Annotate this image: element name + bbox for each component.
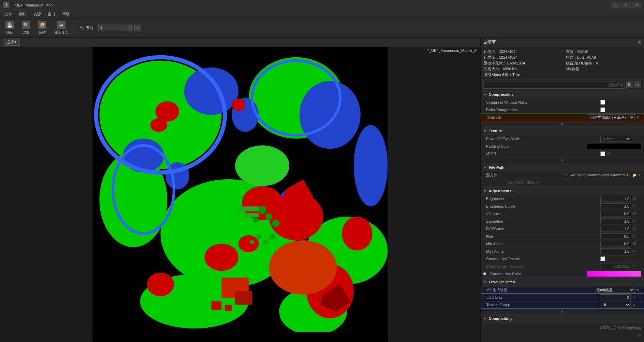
reimport-label: 重新导入 [55, 30, 68, 35]
vibrance-reset[interactable]: ↺ [632, 211, 637, 217]
mip-increase-button[interactable]: + [134, 25, 141, 31]
mip-gen-dropdown[interactable]: 无mip贴图 [594, 287, 635, 293]
source-file-value: /././././ArtSource/Marketplace/Character… [564, 173, 642, 178]
chroma-key-color-swatch[interactable] [587, 271, 641, 277]
footer-note: 无 [481, 332, 644, 339]
close-button[interactable]: ✕ [632, 2, 641, 9]
menu-edit[interactable]: 编辑 [16, 11, 30, 17]
svg-point-18 [232, 99, 245, 111]
menu-file[interactable]: 文件 [1, 11, 16, 17]
brightness-curve-value: ↺ [600, 203, 641, 209]
info-format: 格式：B8G8R8A8 [566, 55, 641, 60]
filepath-header[interactable]: ▼ File Path [481, 163, 644, 172]
source-file-clear[interactable]: ✕ [637, 173, 641, 178]
compositing-header[interactable]: ▼ Compositing [481, 314, 644, 323]
settings-button[interactable]: ⚙ [634, 81, 641, 88]
menu-assets[interactable]: 资源 [30, 11, 44, 17]
padding-color-swatch[interactable] [587, 144, 641, 149]
vibrance-input[interactable] [600, 211, 631, 217]
lod-bias-reset[interactable]: ↺ [631, 295, 637, 300]
lod-expand[interactable]: ▼ [481, 309, 644, 314]
minimize-button[interactable]: — [611, 2, 621, 9]
texture-group-dropdown[interactable]: UI [600, 302, 631, 308]
compression-expand[interactable]: ▼ [481, 121, 644, 127]
chroma-key-color-dot[interactable] [483, 272, 486, 275]
info-alpha: 拥有Alpha通道：True [484, 72, 559, 77]
max-alpha-input[interactable] [600, 248, 631, 254]
svg-point-29 [272, 220, 279, 227]
srgb-reset[interactable]: ↺ [606, 151, 611, 157]
compression-settings-row: 压缩设置 用户界面2D（RGBA） ↺ [481, 114, 644, 121]
menu-window[interactable]: 窗口 [44, 11, 59, 17]
search-input[interactable] [483, 81, 625, 89]
lod-bias-input[interactable] [600, 294, 631, 300]
compression-arrow: ▼ [483, 93, 487, 96]
brightness-input[interactable] [600, 196, 631, 202]
brightness-reset[interactable]: ↺ [632, 196, 637, 202]
compression-settings-reset[interactable]: ↺ [635, 115, 641, 120]
svg-point-11 [354, 125, 387, 207]
properties-close-button[interactable]: ✕ [637, 40, 641, 45]
save-button[interactable]: 💾 保存 [3, 20, 16, 36]
saturation-reset[interactable]: ↺ [632, 219, 637, 224]
texture-group-reset[interactable]: ↺ [631, 302, 637, 308]
title-bar: U T_UE4_Mannequin_Mobil... — □ ✕ [0, 0, 644, 10]
brightness-curve-input[interactable] [600, 203, 631, 209]
max-alpha-row: Max Alpha ↺ [481, 248, 644, 255]
hue-value: ↺ [600, 233, 641, 239]
search-button[interactable]: 🔍 [626, 81, 633, 88]
min-alpha-input[interactable] [600, 241, 631, 247]
compositing-title: Compositing [489, 316, 512, 321]
chroma-key-threshold-input[interactable] [600, 263, 631, 269]
compress-without-alpha-label: Compress Without Alpha [483, 100, 600, 104]
min-alpha-value: ↺ [600, 241, 641, 247]
view-dropdown-button[interactable]: 显示▾ [4, 39, 20, 46]
rgbcurve-input[interactable] [600, 226, 631, 232]
min-alpha-reset[interactable]: ↺ [632, 241, 637, 247]
compression-header[interactable]: ▼ Compression [481, 90, 644, 99]
brightness-curve-label: Brightness Curve [483, 204, 600, 208]
defer-compression-checkbox[interactable] [600, 107, 605, 112]
padding-color-value [587, 144, 641, 149]
maximize-button[interactable]: □ [621, 2, 631, 9]
brightness-curve-reset[interactable]: ↺ [632, 204, 637, 209]
rgbcurve-reset[interactable]: ↺ [632, 226, 637, 232]
texture-header[interactable]: ▼ Texture [481, 127, 644, 135]
power-of-two-dropdown[interactable]: None [600, 136, 631, 142]
srgb-checkbox[interactable] [600, 151, 605, 156]
chroma-key-texture-checkbox[interactable] [600, 256, 605, 261]
mip-gen-reset[interactable]: ↺ [635, 287, 641, 293]
chroma-key-color-row: Chroma Key Color [481, 270, 644, 278]
texture-expand[interactable]: ▼ [481, 158, 644, 163]
right-panel: ▲ 细节 ✕ 已导入：1024x1024 方法：未流送 已显示：1024x102… [480, 38, 644, 342]
menu-help[interactable]: 帮助 [59, 11, 73, 17]
browse-button[interactable]: 🔍 浏览 [19, 20, 33, 36]
hue-reset[interactable]: ↺ [632, 234, 637, 239]
svg-rect-39 [235, 291, 252, 305]
compression-settings-dropdown[interactable]: 用户界面2D（RGBA） [588, 114, 635, 120]
compress-button[interactable]: 📦 压缩 [35, 20, 49, 36]
lod-header[interactable]: ▼ Level Of Detail [481, 278, 644, 286]
texture-top-bar: 显示▾ [0, 38, 480, 47]
mip-decrease-button[interactable]: − [127, 25, 133, 31]
toolbar: 💾 保存 🔍 浏览 📦 压缩 ↩ 重新导入 Mip级别： − + [0, 18, 644, 38]
chroma-key-threshold-reset[interactable]: ↺ [632, 264, 637, 269]
saturation-input[interactable] [600, 218, 631, 224]
compress-without-alpha-checkbox[interactable] [600, 100, 605, 105]
compression-settings-value: 用户界面2D（RGBA） ↺ [588, 114, 641, 120]
adjustments-arrow: ▼ [483, 189, 487, 193]
mip-input[interactable] [98, 25, 126, 31]
reimport-button[interactable]: ↩ 重新导入 [52, 20, 71, 36]
save-icon: 💾 [5, 21, 14, 29]
toolbar-separator [75, 21, 75, 35]
texture-group-row: Texture Group UI ↺ [481, 301, 644, 309]
source-file-browse[interactable]: 📁 [632, 173, 636, 178]
srgb-row: sRGB ↺ [481, 150, 644, 158]
power-of-two-row: Power Of Two Mode None [481, 135, 644, 143]
adjustments-header[interactable]: ▼ Adjustments [481, 187, 644, 195]
max-alpha-reset[interactable]: ↺ [632, 249, 637, 254]
brightness-value: ↺ [600, 196, 641, 202]
brightness-curve-row: Brightness Curve ↺ [481, 203, 644, 210]
hue-input[interactable] [600, 233, 631, 239]
brightness-label: Brightness [483, 197, 600, 201]
